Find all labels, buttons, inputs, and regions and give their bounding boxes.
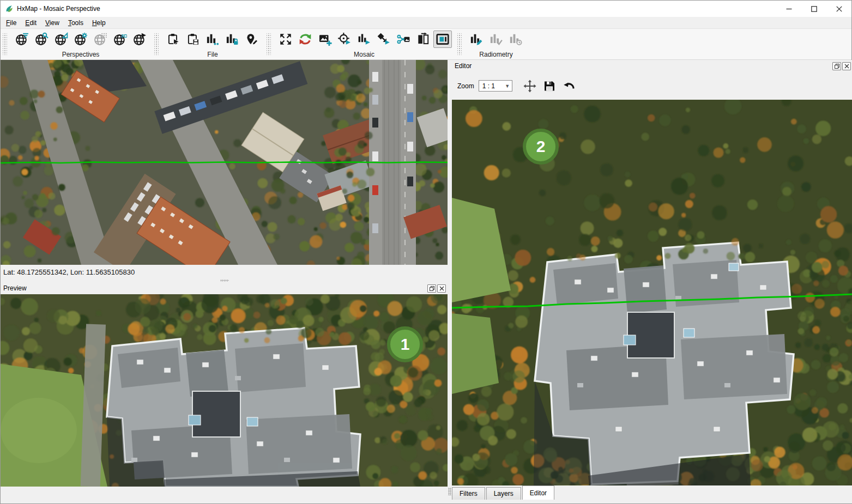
clipboard-play-button[interactable]: [164, 31, 183, 48]
editor-panel-title: Editor: [455, 62, 472, 70]
preview-map-view[interactable]: 1: [1, 294, 448, 487]
close-icon: [439, 286, 444, 291]
app-logo-icon: [5, 4, 14, 13]
clipboard-save-button[interactable]: [184, 31, 202, 48]
toolbar-handle[interactable]: [457, 33, 462, 55]
frame-image-button[interactable]: [433, 31, 452, 48]
toolbar-group-file: File: [160, 29, 265, 59]
horizontal-splitter[interactable]: [1, 279, 448, 282]
close-icon: [844, 64, 849, 69]
chart-dots-button[interactable]: [203, 31, 222, 48]
globe-play-button[interactable]: [130, 31, 149, 48]
app-window: HxMap - Mosaic Perspective File Edit Vie…: [0, 0, 852, 504]
compare-image-button[interactable]: [414, 31, 432, 48]
chart-edit-button[interactable]: [467, 31, 486, 48]
close-icon: [836, 6, 842, 12]
menu-tools[interactable]: Tools: [64, 17, 88, 28]
preview-panel-title: Preview: [3, 284, 27, 292]
image-add-button[interactable]: [316, 31, 334, 48]
chart-lock-button[interactable]: [223, 31, 241, 48]
editor-map-view[interactable]: 2: [452, 100, 852, 485]
image-add-icon: [318, 32, 332, 46]
refresh-button[interactable]: [296, 31, 315, 48]
annotation-marker-2: 2: [523, 129, 559, 165]
save-button[interactable]: [542, 78, 557, 94]
globe-settings-button[interactable]: [71, 31, 90, 48]
chart-dots-icon: [206, 32, 220, 46]
undo-button[interactable]: [561, 78, 577, 94]
expand-button[interactable]: [276, 31, 295, 48]
mosaic-map-view[interactable]: [1, 60, 448, 265]
undo-icon: [563, 80, 576, 93]
editor-tab-bar: Filters Layers Editor: [452, 485, 852, 500]
tiles-play-button[interactable]: [374, 31, 393, 48]
zoom-label: Zoom: [457, 82, 474, 90]
toolbar-handle[interactable]: [267, 33, 271, 55]
cut-image-button[interactable]: [394, 31, 413, 48]
menu-edit[interactable]: Edit: [21, 17, 41, 28]
float-icon: [835, 64, 839, 69]
splitter-grip: [220, 280, 229, 282]
globe-play-icon: [132, 32, 147, 46]
maximize-button[interactable]: [801, 1, 826, 17]
minimize-icon: [786, 6, 792, 12]
clipboard-play-icon: [166, 32, 180, 46]
pan-button[interactable]: [522, 78, 537, 94]
globe-filter-icon: [15, 32, 29, 46]
target-play-button[interactable]: [335, 31, 354, 48]
edit-point-icon: [245, 32, 259, 46]
preview-float-button[interactable]: [427, 284, 436, 293]
editor-close-button[interactable]: [842, 62, 851, 70]
chart-play-button[interactable]: [355, 31, 373, 48]
editor-panel: Editor Zoom 1 : 1 ▼: [452, 60, 852, 503]
globe-grid-icon: [93, 32, 107, 46]
tab-layers[interactable]: Layers: [486, 487, 521, 500]
globe-search-icon: [34, 32, 49, 46]
compare-image-icon: [416, 32, 430, 46]
menu-file[interactable]: File: [2, 17, 21, 28]
preview-close-button[interactable]: [437, 284, 446, 293]
toolbar-group-label: Perspectives: [13, 50, 149, 58]
toolbar-group-radiometry: Radiometry: [463, 29, 529, 59]
coordinate-status-bar: Lat: 48.1725551342, Lon: 11.5635105830: [1, 265, 448, 279]
right-bottom-strip: [452, 500, 852, 503]
chart-check-button[interactable]: [487, 31, 505, 48]
zoom-select[interactable]: 1 : 1 ▼: [479, 80, 512, 92]
globe-grid-button[interactable]: [91, 31, 110, 48]
minimize-button[interactable]: [776, 1, 801, 17]
globe-filter-button[interactable]: [13, 31, 31, 48]
float-icon: [430, 286, 434, 291]
tab-editor[interactable]: Editor: [522, 485, 554, 500]
chart-play-icon: [357, 32, 371, 46]
toolbar-group-mosaic: Mosaic: [272, 29, 456, 59]
menu-view[interactable]: View: [41, 17, 64, 28]
refresh-icon: [298, 32, 312, 46]
chart-clock-button[interactable]: [506, 31, 525, 48]
clipboard-save-icon: [186, 32, 200, 46]
toolbar-handle[interactable]: [3, 33, 7, 55]
editor-float-button[interactable]: [832, 62, 841, 70]
close-button[interactable]: [826, 1, 851, 17]
editor-toolbar: Zoom 1 : 1 ▼: [452, 72, 852, 100]
coordinates-text: Lat: 48.1725551342, Lon: 11.5635105830: [3, 268, 135, 276]
main-toolbar: 3D Perspectives: [1, 29, 851, 60]
toolbar-handle[interactable]: [154, 33, 159, 55]
window-title: HxMap - Mosaic Perspective: [17, 5, 100, 13]
tab-filters[interactable]: Filters: [452, 487, 485, 500]
left-bottom-strip: [1, 487, 448, 503]
vertical-splitter[interactable]: [448, 60, 452, 503]
globe-measure-button[interactable]: [52, 31, 70, 48]
menu-help[interactable]: Help: [88, 17, 110, 28]
mosaic-view-panel: Lat: 48.1725551342, Lon: 11.5635105830 P…: [1, 60, 448, 503]
chart-edit-icon: [469, 32, 484, 46]
annotation-marker-1: 1: [387, 326, 423, 362]
tiles-play-icon: [377, 32, 391, 46]
globe-settings-icon: [74, 32, 88, 46]
globe-3d-button[interactable]: 3D: [111, 31, 129, 48]
chart-lock-icon: [225, 32, 239, 46]
globe-search-button[interactable]: [32, 31, 51, 48]
globe-measure-icon: [54, 32, 68, 46]
chevron-down-icon: ▼: [503, 83, 512, 89]
edit-point-button[interactable]: [243, 31, 261, 48]
svg-text:3D: 3D: [121, 33, 127, 39]
